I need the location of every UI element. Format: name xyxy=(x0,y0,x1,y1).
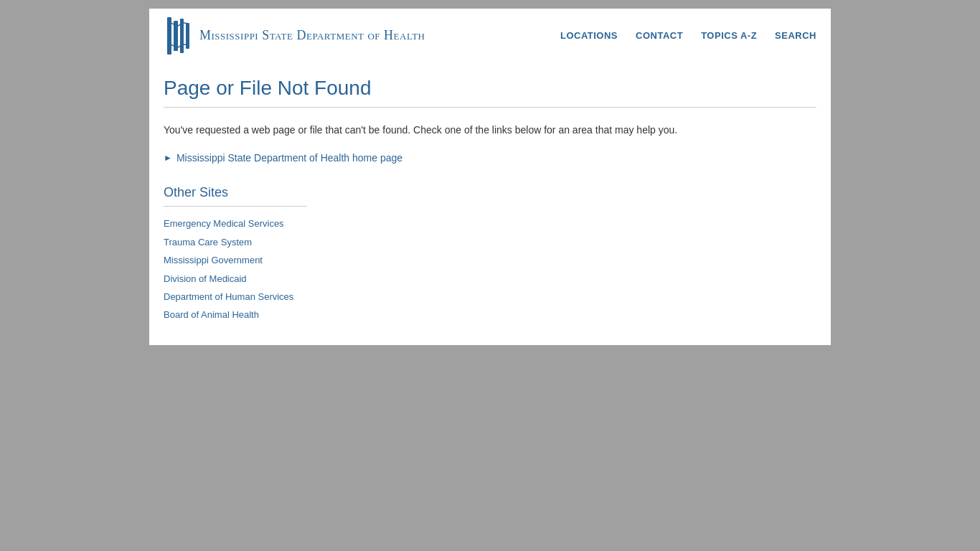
other-site-link[interactable]: Emergency Medical Services xyxy=(164,218,284,229)
other-site-link[interactable]: Trauma Care System xyxy=(164,237,252,248)
list-item: Division of Medicaid xyxy=(164,270,816,287)
logo-link[interactable]: Mississippi State Department of Health xyxy=(164,16,425,55)
description-text: You've requested a web page or file that… xyxy=(164,122,816,138)
other-site-link[interactable]: Department of Human Services xyxy=(164,291,293,302)
list-item: Board of Animal Health xyxy=(164,306,816,323)
nav-links: LOCATIONS CONTACT TOPICS A-Z SEARCH xyxy=(560,30,816,41)
home-link[interactable]: Mississippi State Department of Health h… xyxy=(176,152,402,164)
page-container: Mississippi State Department of Health L… xyxy=(149,9,831,345)
nav-topics[interactable]: TOPICS A-Z xyxy=(701,30,757,41)
other-sites-divider xyxy=(164,206,307,207)
list-item: Department of Human Services xyxy=(164,288,816,305)
other-site-link[interactable]: Board of Animal Health xyxy=(164,309,259,320)
list-item: Trauma Care System xyxy=(164,234,816,250)
other-sites-title: Other Sites xyxy=(164,185,816,200)
other-site-link[interactable]: Division of Medicaid xyxy=(164,273,247,284)
page-title: Page or File Not Found xyxy=(164,77,816,100)
logo-icon xyxy=(164,16,192,55)
arrow-icon: ► xyxy=(164,153,172,164)
other-site-link[interactable]: Mississippi Government xyxy=(164,255,263,265)
list-item: Emergency Medical Services xyxy=(164,215,816,232)
home-link-container: ► Mississippi State Department of Health… xyxy=(164,152,816,164)
main-content: Page or File Not Found You've requested … xyxy=(149,62,831,345)
title-divider xyxy=(164,107,816,108)
list-item: Mississippi Government xyxy=(164,252,816,268)
header: Mississippi State Department of Health L… xyxy=(149,9,831,62)
logo-text: Mississippi State Department of Health xyxy=(199,28,425,43)
nav-locations[interactable]: LOCATIONS xyxy=(560,30,618,41)
nav-contact[interactable]: CONTACT xyxy=(636,30,683,41)
nav-search[interactable]: SEARCH xyxy=(775,30,816,41)
other-sites-list: Emergency Medical ServicesTrauma Care Sy… xyxy=(164,215,816,323)
